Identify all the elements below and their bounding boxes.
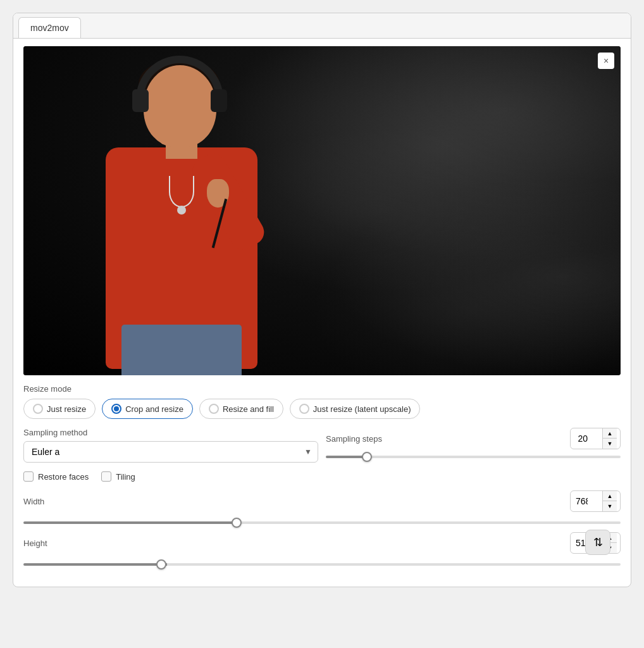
necklace-pendant [177,206,186,215]
radio-label-crop-resize: Crop and resize [125,404,183,414]
sampling-row: Sampling method Euler a ▼ Sampling steps… [23,428,621,463]
width-steppers: ▲ ▼ [602,491,617,511]
person-figure [87,59,289,375]
content-area: × Resize mode Just resize Crop and resiz… [13,39,631,587]
width-input-group: ▲ ▼ [570,490,621,512]
sampling-steps-label: Sampling steps [326,434,382,444]
tiling-label: Tiling [116,472,135,482]
radio-resize-and-fill[interactable]: Resize and fill [199,399,283,419]
sampling-steps-slider[interactable] [326,456,621,458]
width-down[interactable]: ▼ [603,501,617,511]
radio-circle-resize-fill [209,404,219,414]
restore-faces-label: Restore faces [38,472,89,482]
radio-just-resize[interactable]: Just resize [23,399,96,419]
height-slider[interactable] [23,563,621,566]
necklace [169,176,194,208]
tab-mov2mov[interactable]: mov2mov [18,17,81,38]
sampling-steps-input-group: ▲ ▼ [570,428,621,449]
sampling-steps-input[interactable] [571,430,602,447]
width-section: Width ▲ ▼ [23,490,621,526]
restore-faces-option[interactable]: Restore faces [23,471,89,482]
radio-label-just-resize: Just resize [47,404,86,414]
radio-crop-and-resize[interactable]: Crop and resize [102,399,193,419]
jeans-shape [121,325,242,375]
checkbox-row: Restore faces Tiling [23,471,621,482]
resize-mode-options: Just resize Crop and resize Resize and f… [23,399,621,419]
height-label: Height [23,539,47,548]
height-header: Height ▲ ▼ [23,532,621,554]
radio-just-resize-latent[interactable]: Just resize (latent upscale) [290,399,421,419]
resize-mode-label: Resize mode [23,384,621,394]
width-slider[interactable] [23,521,621,524]
tiling-option[interactable]: Tiling [101,471,135,482]
main-panel: mov2mov × [13,13,631,587]
width-header: Width ▲ ▼ [23,490,621,512]
sampling-method-label: Sampling method [23,428,318,437]
sampling-method-group: Sampling method Euler a ▼ [23,428,318,463]
tiling-checkbox[interactable] [101,471,111,482]
sampling-steps-group: Sampling steps ▲ ▼ [326,428,621,463]
restore-faces-checkbox[interactable] [23,471,34,482]
sampling-steps-down[interactable]: ▼ [603,439,617,449]
headphone-right [211,89,227,112]
width-label: Width [23,497,44,506]
radio-label-resize-fill: Resize and fill [223,404,274,414]
image-container: × [23,46,621,375]
width-up[interactable]: ▲ [603,491,617,501]
radio-circle-just-resize [33,404,43,414]
height-section: Height ▲ ▼ ⇅ [23,532,621,568]
sampling-steps-steppers: ▲ ▼ [602,428,617,449]
radio-circle-latent [299,404,309,414]
sampling-steps-up[interactable]: ▲ [603,428,617,439]
sampling-method-select-wrapper: Euler a ▼ [23,441,318,463]
radio-circle-crop-resize [111,404,121,414]
width-input[interactable] [571,493,602,509]
radio-label-latent: Just resize (latent upscale) [313,404,411,414]
sampling-method-select[interactable]: Euler a [23,441,318,463]
headphone-left [132,89,149,112]
close-button[interactable]: × [598,53,614,69]
tab-bar: mov2mov [13,13,631,39]
swap-dimensions-button[interactable]: ⇅ [585,530,610,555]
